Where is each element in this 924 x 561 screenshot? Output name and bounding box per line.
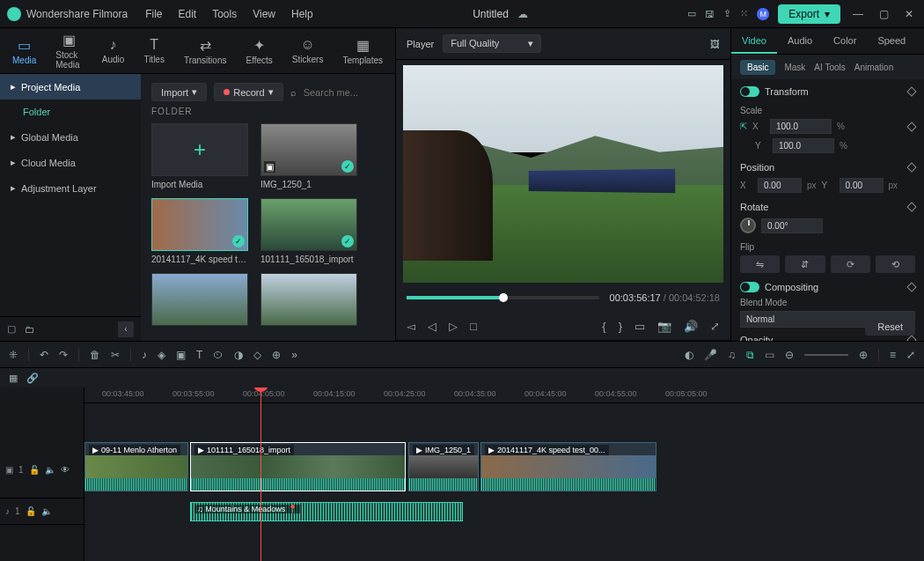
video-track-header[interactable]: ▣1 🔓 🔈 👁: [0, 442, 84, 498]
position-y-input[interactable]: [840, 178, 884, 193]
mark-in-icon[interactable]: {: [602, 320, 605, 333]
tag-icon[interactable]: ◈: [158, 349, 165, 361]
maximize-button[interactable]: ▢: [876, 8, 892, 20]
new-folder-icon[interactable]: 🗀: [25, 324, 34, 335]
keyframe-icon[interactable]: [906, 202, 916, 211]
undo-icon[interactable]: ↶: [40, 349, 48, 361]
user-avatar[interactable]: M: [757, 8, 769, 20]
volume-icon[interactable]: 🔊: [684, 320, 698, 333]
mark-out-icon[interactable]: }: [619, 320, 622, 333]
menu-file[interactable]: File: [145, 8, 162, 20]
lock-icon[interactable]: 🔓: [29, 465, 40, 475]
menu-view[interactable]: View: [253, 8, 275, 20]
marker-icon[interactable]: ◐: [685, 349, 693, 361]
tab-templates[interactable]: ▦Templates: [342, 37, 383, 65]
audio-clip[interactable]: ♫ Mountains & Meadows 📍: [190, 502, 463, 521]
layout-icon[interactable]: ▭: [687, 8, 696, 19]
link-tracks-icon[interactable]: 🔗: [26, 373, 39, 384]
video-track[interactable]: ▶09-11 Menlo Atherton ▶101111_165018_imp…: [84, 442, 924, 498]
sidebar-item-cloud-media[interactable]: ▸Cloud Media: [0, 150, 141, 175]
rotate-input[interactable]: [761, 218, 823, 233]
fullscreen-icon[interactable]: ⤢: [710, 320, 720, 333]
keyframe-icon[interactable]: [906, 335, 916, 341]
compositing-toggle[interactable]: [740, 282, 759, 292]
redo-icon[interactable]: ↷: [59, 349, 68, 361]
tab-audio[interactable]: ♪Audio: [102, 37, 125, 64]
tab-stickers[interactable]: ☺Stickers: [292, 37, 324, 64]
cloud-status-icon[interactable]: ☁: [517, 8, 528, 20]
clip[interactable]: ▶IMG_1250_1: [408, 442, 479, 491]
prev-frame-button[interactable]: ◅: [407, 320, 415, 333]
keyframe-icon[interactable]: [906, 86, 916, 96]
link-icon[interactable]: ▭: [765, 349, 774, 361]
tl-options-icon[interactable]: ⁜: [9, 349, 18, 361]
rotate-cw-button[interactable]: ⟳: [831, 255, 870, 273]
crop-icon[interactable]: ▣: [176, 349, 186, 361]
media-item[interactable]: [151, 273, 248, 329]
transform-toggle[interactable]: [740, 86, 759, 97]
menu-help[interactable]: Help: [291, 8, 313, 20]
play-button[interactable]: ▷: [449, 320, 458, 333]
subtab-ai-tools[interactable]: AI Tools: [814, 63, 845, 72]
tracking-icon[interactable]: ⊕: [272, 349, 281, 361]
tab-stock-media[interactable]: ▣Stock Media: [55, 32, 83, 70]
scale-y-input[interactable]: [773, 138, 834, 153]
flip-horizontal-button[interactable]: ⇋: [740, 255, 780, 273]
clip[interactable]: ▶09-11 Menlo Atherton: [84, 442, 188, 491]
menu-edit[interactable]: Edit: [179, 8, 197, 20]
collapse-sidebar-button[interactable]: ‹: [118, 321, 134, 337]
lock-icon[interactable]: 🔓: [26, 506, 36, 516]
preview-viewport[interactable]: [403, 65, 723, 283]
new-bin-icon[interactable]: ▢: [7, 323, 16, 335]
keyframe-icon[interactable]: [906, 122, 916, 131]
audio-track[interactable]: ♫ Mountains & Meadows 📍: [84, 502, 924, 528]
media-item[interactable]: ✓ 101111_165018_import: [260, 198, 357, 264]
expand-icon[interactable]: ⤢: [906, 349, 915, 361]
display-icon[interactable]: ▭: [634, 320, 645, 333]
more-tl-icon[interactable]: »: [291, 349, 297, 361]
quality-dropdown[interactable]: Full Quality ▾: [443, 34, 541, 53]
import-dropdown[interactable]: Import▾: [151, 83, 207, 101]
media-item[interactable]: [260, 273, 357, 329]
keyframe-icon[interactable]: [906, 162, 916, 172]
stop-button[interactable]: □: [470, 320, 477, 333]
camera-icon[interactable]: 📷: [657, 320, 671, 333]
scale-x-input[interactable]: [770, 119, 832, 134]
flip-vertical-button[interactable]: ⇵: [785, 255, 825, 273]
export-button[interactable]: Export▾: [778, 4, 840, 24]
zoom-slider[interactable]: [804, 354, 848, 356]
position-x-input[interactable]: [758, 178, 802, 193]
clip[interactable]: ▶20141117_4K speed test_00...: [480, 442, 656, 491]
text-icon[interactable]: T: [196, 349, 202, 361]
minimize-button[interactable]: —: [849, 8, 867, 20]
magnet-icon[interactable]: ⧉: [746, 349, 754, 361]
visibility-icon[interactable]: 👁: [61, 465, 70, 475]
tab-effects[interactable]: ✦Effects: [246, 37, 272, 65]
keyframe-icon[interactable]: [906, 282, 916, 292]
apps-icon[interactable]: ⁙: [740, 8, 748, 19]
close-button[interactable]: ✕: [901, 8, 917, 20]
sidebar-item-global-media[interactable]: ▸Global Media: [0, 124, 141, 150]
upload-icon[interactable]: ⇪: [723, 8, 731, 19]
media-item[interactable]: ✓ 20141117_4K speed test_00...: [151, 198, 248, 264]
rotate-ccw-button[interactable]: ⟲: [876, 255, 915, 273]
tab-media[interactable]: ▭Media: [12, 37, 36, 65]
record-dropdown[interactable]: Record▾: [214, 83, 282, 101]
rotate-knob[interactable]: [740, 218, 756, 233]
audio-track-header[interactable]: ♪1 🔓 🔈: [0, 498, 84, 525]
track-view-icon[interactable]: ≡: [890, 349, 896, 361]
sidebar-item-project-media[interactable]: ▸Project Media: [0, 74, 141, 100]
sidebar-item-adjustment-layer[interactable]: ▸Adjustment Layer: [0, 175, 141, 201]
subtab-animation[interactable]: Animation: [854, 63, 893, 72]
zoom-out-icon[interactable]: ⊖: [785, 349, 794, 361]
tab-transitions[interactable]: ⇄Transitions: [184, 37, 227, 65]
tab-titles[interactable]: TTitles: [143, 37, 165, 64]
prop-tab-color[interactable]: Color: [823, 28, 867, 54]
keyframe-tl-icon[interactable]: ◇: [253, 349, 261, 361]
subtab-mask[interactable]: Mask: [784, 63, 805, 72]
track-manager-icon[interactable]: ▦: [9, 373, 18, 384]
reset-button[interactable]: Reset: [865, 318, 915, 336]
mute-icon[interactable]: 🔈: [45, 465, 55, 475]
import-media-tile[interactable]: + Import Media: [151, 123, 248, 189]
color-icon[interactable]: ◑: [234, 349, 243, 361]
